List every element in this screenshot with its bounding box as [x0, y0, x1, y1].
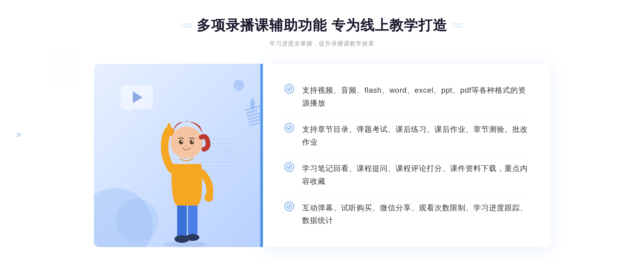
title-deco-left [182, 23, 191, 28]
svg-point-17 [287, 165, 292, 169]
feature-text-1: 支持视频、音频、flash、word、excel、ppt、pdf等各种格式的资源… [302, 84, 529, 109]
svg-point-16 [287, 125, 292, 130]
svg-point-7 [204, 193, 213, 202]
title-deco-right [453, 23, 462, 28]
check-icon-2 [284, 123, 294, 133]
checkmark-svg-4 [287, 204, 292, 209]
dot-grid-svg [201, 139, 233, 171]
deco-bars [245, 105, 260, 126]
check-icon-3 [284, 162, 294, 172]
svg-point-18 [287, 204, 292, 209]
title-wrapper: 多项录播课辅助功能 专为线上教学打造 [182, 16, 462, 35]
illustration-panel [94, 64, 260, 247]
features-panel: 支持视频、音频、flash、word、excel、ppt、pdf等各种格式的资源… [263, 64, 550, 247]
svg-rect-2 [188, 202, 197, 236]
svg-rect-1 [177, 202, 187, 239]
accent-bar [260, 64, 263, 247]
feature-item-3: 学习笔记回看、课程提问、课程评论打分、课件资料下载，重点内容收藏 [284, 155, 529, 195]
svg-rect-6 [167, 123, 171, 133]
feature-text-2: 支持章节目录、弹题考试、课后练习、课后作业、章节测验、批改作业 [302, 123, 529, 148]
checkmark-svg-3 [287, 164, 292, 170]
page-title: 多项录播课辅助功能 专为线上教学打造 [197, 16, 447, 35]
svg-point-9 [179, 140, 183, 144]
page-subtitle: 学习进度全掌握，提升录播课教学效果 [182, 40, 462, 48]
play-triangle-icon [133, 91, 142, 103]
svg-point-10 [190, 140, 194, 144]
feature-item-1: 支持视频、音频、flash、word、excel、ppt、pdf等各种格式的资源… [284, 77, 529, 116]
check-icon-1 [284, 84, 294, 94]
checkmark-svg-2 [287, 125, 292, 130]
person-illustration [145, 100, 225, 247]
figure-container [145, 100, 225, 247]
deco-circle-top [233, 80, 244, 91]
dot-grid-left [48, 54, 80, 86]
svg-point-4 [186, 234, 199, 241]
checkmark-svg-1 [287, 86, 292, 91]
svg-point-15 [287, 86, 292, 91]
content-area: 支持视频、音频、flash、word、excel、ppt、pdf等各种格式的资源… [94, 64, 550, 247]
check-icon-4 [284, 202, 294, 211]
feature-text-4: 互动弹幕、试听购买、微信分享、观看次数限制、学习进度跟踪、数据统计 [302, 202, 529, 227]
header-section: 多项录播课辅助功能 专为线上教学打造 学习进度全掌握，提升录播课教学效果 [182, 16, 462, 48]
svg-point-12 [192, 140, 193, 142]
feature-item-2: 支持章节目录、弹题考试、课后练习、课后作业、章节测验、批改作业 [284, 116, 529, 155]
svg-rect-14 [201, 139, 233, 171]
svg-point-11 [181, 140, 183, 142]
feature-text-3: 学习笔记回看、课程提问、课程评论打分、课件资料下载，重点内容收藏 [302, 162, 529, 188]
feature-item-4: 互动弹幕、试听购买、微信分享、观看次数限制、学习进度跟踪、数据统计 [284, 195, 529, 234]
chevron-left-icon: » [16, 129, 19, 140]
svg-point-8 [170, 126, 203, 159]
page-container: » 多项录播课辅助功能 专为线上教学打造 [0, 0, 644, 261]
